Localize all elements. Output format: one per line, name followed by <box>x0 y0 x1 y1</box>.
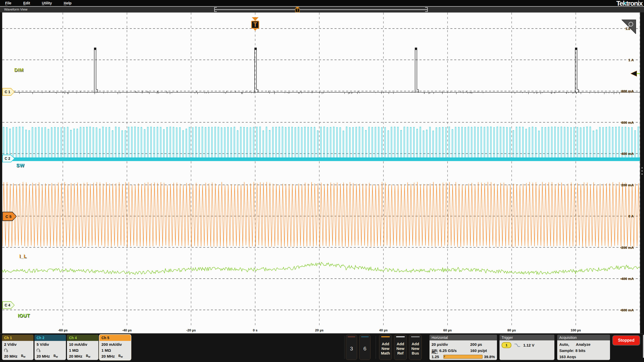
waveform-dim-pulse-cap <box>415 48 417 50</box>
ch1-scale: 2 V/div <box>4 341 31 347</box>
ch4-bandwidth: 20 MHz <box>69 354 82 358</box>
channel-badge-ch5[interactable]: Ch 5 200 mA/div 1 MΩ 20 MHzBW <box>99 335 131 360</box>
tek-k-glyph: k <box>623 0 626 7</box>
oscilloscope-screen: { "menu": { "items": [ {"first": "F", "r… <box>0 0 644 362</box>
menu-edit[interactable]: Edit <box>23 1 30 5</box>
menu-utility[interactable]: Utility <box>42 1 52 5</box>
acquisition-panel-title: Acquisition <box>557 335 610 340</box>
menu-bar: File Edit Utility Help Tektronix <box>0 0 644 6</box>
add-new-bus-button[interactable]: AddNewBus <box>409 335 422 360</box>
ch2-label: Ch 2 <box>37 336 44 340</box>
y-axis-label: 800 mA <box>621 89 634 93</box>
channel-label-dim[interactable]: DIM <box>14 67 23 73</box>
sample-interval: 160 ps/pt <box>470 348 487 353</box>
ch1-bandwidth: 20 MHz <box>4 354 18 358</box>
ch5-bandwidth: 20 MHz <box>101 354 115 358</box>
ch2-scale: 5 V/div <box>37 341 64 347</box>
y-axis-label: 400 mA <box>621 152 634 156</box>
trigger-source-badge: 1 <box>502 342 511 348</box>
y-axis-label: -200 mA <box>620 246 634 250</box>
panel-resize-handle[interactable] <box>641 167 643 178</box>
channel-badge-ch2[interactable]: Ch 2 5 V/div 20 MHzBW <box>35 335 66 360</box>
run-stop-status[interactable]: Stopped <box>612 335 640 346</box>
x-axis-label: 100 µs <box>571 328 581 332</box>
x-axis-label: -20 µs <box>186 328 196 332</box>
ch5-label: Ch 5 <box>101 336 109 340</box>
y-axis-label: -400 mA <box>620 277 634 281</box>
waveform-dim-pulse-cap <box>254 48 257 50</box>
channel-badge-ch1[interactable]: Ch 1 2 V/div 20 MHzBW <box>2 335 33 360</box>
horizontal-scale: 20 µs/div <box>432 342 470 347</box>
channel-badge-c4[interactable]: C 4 <box>2 301 15 309</box>
channel-label-sw[interactable]: SW <box>16 163 24 168</box>
record-length: RL: 1.25 Mpts <box>432 350 443 360</box>
x-axis-label: -40 µs <box>122 328 132 332</box>
tektronix-logo: Tektronix <box>616 0 642 7</box>
add-new-ref-button[interactable]: AddNewRef <box>394 335 407 360</box>
acquisition-count: 163 Acqs <box>559 354 608 360</box>
ch4-scale: 10 mA/div <box>69 341 96 347</box>
title-bar: Waveform View T <box>0 6 644 12</box>
trigger-position-icon: T <box>443 355 483 359</box>
x-axis-label: 0 s <box>253 328 257 332</box>
horizontal-window: 200 µs <box>470 342 482 347</box>
x-axis-label: 80 µs <box>508 328 516 332</box>
channel-label-il[interactable]: I_L <box>19 253 27 259</box>
waveform-view[interactable]: 1.2 A1 A800 mA600 mA400 mA200 mA0 A-200 … <box>2 12 640 333</box>
trigger-panel-title: Trigger <box>500 335 554 340</box>
menu-file[interactable]: File <box>5 1 11 5</box>
ch2-bandwidth: 20 MHz <box>37 354 50 358</box>
channel-3-button[interactable]: 3 <box>346 335 357 360</box>
horizontal-panel[interactable]: Horizontal 20 µs/div200 µs SR: 6.25 GS/s… <box>430 335 497 360</box>
overview-trigger-marker[interactable]: T <box>295 7 299 12</box>
waveform-dim-pulse <box>94 48 98 92</box>
divider <box>376 336 376 359</box>
channel-badge-c2[interactable]: C 2 <box>2 155 15 162</box>
y-axis-label: 200 mA <box>621 183 634 187</box>
ch4-impedance: 1 MΩ <box>69 347 96 353</box>
y-axis-label: 1 A <box>628 58 634 62</box>
channel-badge-c1-label: C 1 <box>5 90 10 94</box>
acquisition-overview-bar[interactable]: T <box>212 7 431 12</box>
overview-trigger-label: T <box>297 9 298 12</box>
channel-badge-c5-label: C 5 <box>5 214 11 219</box>
trigger-position-percent: 39.8% <box>484 355 495 359</box>
waveform-dim-pulse <box>415 48 418 92</box>
channel-badge-c4-label: C 4 <box>5 303 10 307</box>
trigger-marker-notch <box>253 29 257 31</box>
ch5-scale: 200 mA/div <box>101 341 129 347</box>
add-new-math-button[interactable]: AddNewMath <box>379 335 392 360</box>
acquisition-mode: Auto, <box>559 342 569 347</box>
waveform-iout <box>2 262 640 275</box>
channel-badge-c1[interactable]: C 1 <box>2 88 15 96</box>
trigger-level-arrow[interactable] <box>631 71 637 76</box>
time-axis: -60 µs-40 µs-20 µs0 s20 µs40 µs60 µs80 µ… <box>2 326 640 333</box>
channel-badge-c5[interactable]: C 5 <box>2 212 17 221</box>
view-title: Waveform View <box>4 7 27 11</box>
channel-badge-ch4[interactable]: Ch 4 10 mA/div 1 MΩ 20 MHzBW <box>67 335 98 360</box>
acquisition-panel[interactable]: Acquisition Auto,Analyze Sample: 8 bits … <box>557 335 610 360</box>
acquisition-sample: Sample: 8 bits <box>559 347 608 354</box>
ch4-label: Ch 4 <box>69 336 77 340</box>
waveform-dim-pulse-cap <box>575 48 577 50</box>
acquisition-analyze: Analyze <box>576 342 590 347</box>
probe-icon <box>4 349 9 352</box>
trigger-marker-arrow[interactable] <box>252 17 259 21</box>
waveform-dim-pulse-cap <box>94 48 96 50</box>
trigger-panel[interactable]: Trigger 1 1.12 V <box>500 335 554 360</box>
channel-label-iout[interactable]: IOUT <box>18 313 30 319</box>
bandwidth-limit-icon: BW <box>54 354 58 358</box>
bandwidth-limit-icon: BW <box>86 354 90 358</box>
y-axis-label: -600 mA <box>620 308 634 312</box>
bandwidth-limit-icon: BW <box>118 354 123 358</box>
ch1-label: Ch 1 <box>4 336 12 340</box>
x-axis-label: 20 µs <box>315 328 324 332</box>
waveform-plot[interactable]: 1.2 A1 A800 mA600 mA400 mA200 mA0 A-200 … <box>2 13 640 326</box>
channel-6-button[interactable]: 6 <box>359 335 371 360</box>
y-axis-label: 600 mA <box>621 121 634 125</box>
panel-edge <box>643 335 644 358</box>
trigger-marker-label: T <box>253 21 257 28</box>
bandwidth-limit-icon: BW <box>21 354 25 358</box>
menu-help[interactable]: Help <box>64 1 72 5</box>
trigger-level: 1.12 V <box>523 343 534 347</box>
